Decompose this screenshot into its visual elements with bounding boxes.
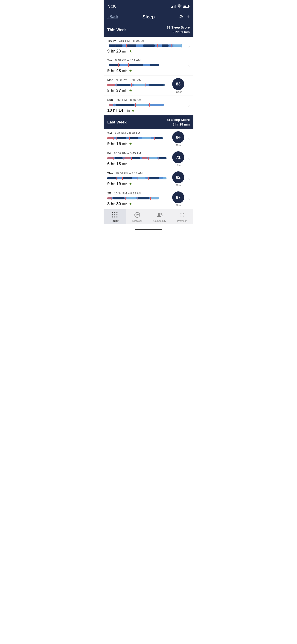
last-week-stats: 81 Sleep Score 8 hr 28 min [167,118,190,127]
add-icon[interactable]: + [187,14,190,20]
svg-rect-3 [143,44,155,47]
sleep-mins-label: min [122,162,128,166]
sleep-entry-content: Sun 9:58 PM – 8:45 AM 10 hr 14 min ★ [107,98,188,113]
svg-rect-4 [162,44,168,47]
svg-rect-35 [107,137,113,139]
sleep-time-range: 9:51 PM – 8:29 AM [118,39,144,42]
svg-rect-30 [136,104,148,106]
sleep-time-range: 10:34 PM – 8:13 AM [114,192,141,195]
svg-rect-5 [173,44,182,47]
sleep-bar-visual [107,156,172,160]
svg-point-83 [116,212,118,214]
svg-rect-51 [142,157,147,159]
back-label: Back [110,14,118,19]
svg-rect-69 [148,177,149,180]
sleep-entry-content: Sat 9:41 PM – 8:20 AM 9 hr 15 min ★ [107,132,172,146]
back-button[interactable]: ‹ Back [107,14,118,19]
svg-rect-37 [130,137,138,139]
sleep-entry[interactable]: Sun 9:58 PM – 8:45 AM 10 hr 14 min ★ [104,96,194,116]
chevron-right-icon: › [188,177,190,182]
sleep-bar-visual [107,196,172,200]
sleep-hours: 9 hr [107,49,115,54]
svg-point-96 [183,213,184,214]
chevron-right-icon: › [188,64,190,68]
sleep-entry-meta: Today 9:51 PM – 8:29 AM [107,39,188,42]
star-icon: ★ [129,88,132,93]
svg-rect-16 [118,63,118,67]
sleep-entry[interactable]: Thu 10:06 PM – 8:18 AM 9 hr 19 min ★ [104,169,194,189]
sleep-entry[interactable]: 2/1 10:34 PM – 8:13 AM 8 hr 30 min ★ [104,189,194,209]
sleep-score-label: Good [176,204,182,206]
sleep-hours: 9 hr [107,182,115,186]
sleep-time-range: 9:58 PM – 8:00 AM [116,78,142,82]
sleep-score-label: Good [176,144,182,146]
home-indicator [104,224,194,232]
sleep-bar-visual [107,136,172,140]
premium-icon [179,212,185,218]
sleep-score-badge: 87 [172,192,184,204]
sleep-score-container: 87 Good [172,192,186,206]
sleep-day: Thu [107,172,113,175]
community-icon [156,212,163,218]
sleep-mins-label: min [122,89,128,92]
svg-rect-53 [159,157,166,159]
sleep-day: Tue [107,58,112,62]
wifi-icon [177,4,182,8]
page-title: Sleep [142,14,155,20]
sleep-entry[interactable]: Sat 9:41 PM – 8:20 AM 9 hr 15 min ★ [104,129,194,149]
nav-today[interactable]: Today [104,209,126,224]
sleep-mins: 30 [116,202,121,206]
svg-rect-22 [149,84,164,86]
sleep-mins: 15 [116,142,121,146]
svg-rect-20 [117,84,130,86]
sleep-mins-label: min [122,182,128,186]
svg-rect-73 [113,198,124,199]
star-icon: ★ [129,182,132,186]
svg-rect-11 [181,44,182,48]
svg-rect-61 [107,177,117,179]
svg-rect-41 [116,137,117,140]
chevron-right-icon: › [188,84,190,88]
nav-discover[interactable]: Discover [126,209,149,224]
svg-point-82 [114,212,115,214]
last-week-entries: Sat 9:41 PM – 8:20 AM 9 hr 15 min ★ [104,129,194,209]
sleep-bar-visual [107,102,188,107]
this-week-duration: 9 hr 31 min [167,30,190,34]
sleep-mins-label: min [122,69,128,73]
sleep-score-container: 83 Good [172,78,186,93]
sleep-bar-visual [107,83,172,87]
sleep-entry[interactable]: Mon 9:58 PM – 8:00 AM 8 hr 37 min ★ [104,76,194,96]
svg-point-99 [182,215,182,215]
sleep-score-container: 84 Good [172,131,186,146]
today-icon [112,212,118,218]
svg-rect-43 [141,137,141,140]
svg-rect-66 [116,177,117,180]
sleep-duration: 9 hr 23 min ★ [107,49,188,54]
last-week-duration: 8 hr 28 min [167,122,190,127]
nav-premium[interactable]: Premium [171,209,194,224]
nav-community[interactable]: Community [148,209,171,224]
chevron-right-icon: › [188,136,190,142]
sleep-entry[interactable]: Fri 10:09 PM – 5:45 AM 6 hr 18 min [104,149,194,169]
sleep-score-label: Good [176,90,182,93]
svg-point-85 [114,214,115,216]
svg-rect-40 [113,137,114,140]
this-week-stats: 83 Sleep Score 9 hr 31 min [167,25,190,34]
svg-rect-24 [131,84,132,86]
svg-rect-74 [126,198,136,199]
chevron-left-icon: ‹ [107,14,109,19]
sleep-entry[interactable]: Tue 9:46 PM – 8:11 AM 9 hr 48 min ★ › [104,56,194,76]
sleep-entry-content: 2/1 10:34 PM – 8:13 AM 8 hr 30 min ★ [107,192,172,206]
settings-icon[interactable]: ⚙ [179,14,184,20]
discover-label: Discover [132,220,142,222]
sleep-mins: 19 [116,182,121,186]
star-icon: ★ [129,49,132,54]
svg-rect-19 [107,84,115,86]
svg-rect-9 [157,44,158,48]
sleep-time-range: 9:58 PM – 8:45 AM [116,98,141,102]
battery-icon [183,5,189,8]
svg-rect-45 [162,137,162,140]
sleep-entry[interactable]: Today 9:51 PM – 8:29 AM 9 hr 23 min ★ [104,36,194,56]
sleep-bar-visual [107,43,188,48]
svg-point-98 [183,216,184,216]
